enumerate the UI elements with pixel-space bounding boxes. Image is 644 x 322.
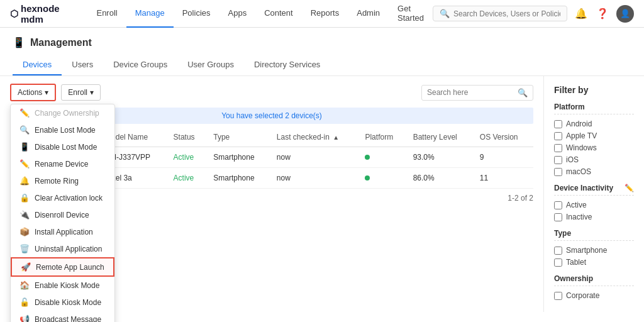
dropdown-item-change-ownership[interactable]: ✏️ Change Ownership (11, 104, 114, 121)
nav-items: Enroll Manage Policies Apps Content Repo… (87, 0, 433, 28)
android-icon (365, 155, 370, 160)
enroll-dropdown-icon: ▾ (90, 88, 94, 97)
remote-ring-icon: 🔔 (19, 176, 30, 186)
filter-section-inactivity: ✏️ Device Inactivity (554, 184, 634, 196)
actions-dropdown-menu: ✏️ Change Ownership 🔍 Enable Lost Mode 📱… (10, 104, 115, 322)
global-search-input[interactable] (453, 9, 560, 18)
tab-devices[interactable]: Devices (13, 55, 62, 75)
enroll-button[interactable]: Enroll ▾ (61, 84, 101, 101)
row2-os-version: 11 (474, 168, 533, 189)
dropdown-item-disable-kiosk-mode[interactable]: 🔓 Disable Kiosk Mode (11, 294, 114, 311)
filter-android-checkbox[interactable] (554, 120, 562, 128)
global-search[interactable]: 🔍 (433, 6, 567, 21)
nav-get-started[interactable]: Get Started (389, 0, 433, 28)
dropdown-item-remote-app-launch[interactable]: 🚀 Remote App Launch (11, 257, 114, 277)
col-os-version: OS Version (474, 128, 533, 147)
avatar[interactable]: 👤 (616, 5, 634, 23)
disable-lost-mode-icon: 📱 (19, 142, 30, 152)
nav-reports[interactable]: Reports (302, 0, 348, 28)
row2-status: Active (167, 168, 208, 189)
filter-ios-checkbox[interactable] (554, 156, 562, 164)
filter-android: Android (554, 119, 634, 128)
logo: ⬡ hexnode mdm (10, 3, 72, 25)
filter-active-checkbox[interactable] (554, 201, 562, 209)
filter-macos-checkbox[interactable] (554, 168, 562, 176)
row1-os-version: 9 (474, 147, 533, 168)
enable-lost-mode-icon: 🔍 (19, 125, 30, 135)
uninstall-application-icon: 🗑️ (19, 244, 30, 253)
filter-tablet: Tablet (554, 258, 634, 267)
table-search[interactable]: 🔍 (421, 85, 533, 101)
row2-last-checked: now (270, 168, 359, 189)
tab-user-groups[interactable]: User Groups (177, 55, 244, 75)
row1-battery: 93.0% (407, 147, 474, 168)
tab-directory-services[interactable]: Directory Services (244, 55, 330, 75)
nav-manage[interactable]: Manage (126, 0, 174, 28)
table-search-icon: 🔍 (518, 88, 528, 97)
tab-device-groups[interactable]: Device Groups (103, 55, 177, 75)
actions-dropdown-icon: ▾ (45, 88, 48, 97)
dropdown-item-broadcast-message[interactable]: 📢 Broadcast Message (11, 311, 114, 322)
filter-sidebar: Filter by Platform Android Apple TV Wind… (543, 76, 644, 312)
filter-macos: macOS (554, 167, 634, 176)
disable-kiosk-mode-icon: 🔓 (19, 297, 30, 307)
dropdown-item-disenroll-device[interactable]: 🔌 Disenroll Device (11, 206, 114, 223)
toolbar: Actions ▾ Enroll ▾ 🔍 (10, 84, 533, 101)
dropdown-item-remote-ring[interactable]: 🔔 Remote Ring (11, 172, 114, 189)
dropdown-item-enable-lost-mode[interactable]: 🔍 Enable Lost Mode (11, 121, 114, 138)
logo-icon: ⬡ (10, 8, 18, 19)
search-icon: 🔍 (440, 9, 450, 18)
clear-activation-lock-icon: 🔒 (19, 193, 30, 203)
row1-last-checked: now (270, 147, 359, 168)
filter-title: Filter by (554, 85, 634, 95)
filter-corporate-checkbox[interactable] (554, 292, 562, 300)
disenroll-device-icon: 🔌 (19, 210, 30, 219)
filter-section-platform: Platform (554, 103, 634, 114)
help-icon[interactable]: ❓ (595, 6, 610, 21)
change-ownership-icon: ✏️ (19, 108, 30, 118)
enable-kiosk-mode-icon: 🏠 (19, 280, 30, 290)
filter-apple-tv: Apple TV (554, 131, 634, 140)
table-search-input[interactable] (427, 88, 515, 97)
top-navigation: ⬡ hexnode mdm Enroll Manage Policies App… (0, 0, 644, 28)
broadcast-message-icon: 📢 (19, 314, 30, 322)
row2-battery: 86.0% (407, 168, 474, 189)
col-battery-level: Battery Level (407, 128, 474, 147)
filter-section-type: Type (554, 229, 634, 241)
row2-type: Smartphone (207, 168, 270, 189)
filter-tablet-checkbox[interactable] (554, 258, 562, 267)
filter-inactivity-edit-icon[interactable]: ✏️ (625, 184, 634, 192)
filter-smartphone: Smartphone (554, 246, 634, 255)
page-title: 📱 Management (13, 36, 631, 48)
tab-users[interactable]: Users (62, 55, 103, 75)
filter-ios: iOS (554, 155, 634, 164)
nav-admin[interactable]: Admin (348, 0, 389, 28)
notifications-icon[interactable]: 🔔 (574, 6, 589, 21)
android-icon-2 (365, 175, 370, 180)
nav-apps[interactable]: Apps (219, 0, 256, 28)
dropdown-item-rename-device[interactable]: ✏️ Rename Device (11, 155, 114, 172)
nav-content[interactable]: Content (255, 0, 302, 28)
col-last-checked-in[interactable]: Last checked-in ▲ (270, 128, 359, 147)
filter-inactive-checkbox[interactable] (554, 213, 562, 221)
dropdown-item-clear-activation-lock[interactable]: 🔒 Clear Activation lock (11, 189, 114, 206)
dropdown-item-enable-kiosk-mode[interactable]: 🏠 Enable Kiosk Mode (11, 277, 114, 294)
row2-platform (358, 168, 406, 189)
filter-smartphone-checkbox[interactable] (554, 247, 562, 255)
sort-arrow-icon: ▲ (333, 134, 339, 141)
col-platform: Platform (358, 128, 406, 147)
filter-apple-tv-checkbox[interactable] (554, 132, 562, 140)
nav-policies[interactable]: Policies (174, 0, 219, 28)
remote-app-launch-icon: 🚀 (21, 262, 31, 272)
nav-right: 🔍 🔔 ❓ 👤 (433, 5, 634, 23)
filter-windows-checkbox[interactable] (554, 144, 562, 152)
row1-platform (358, 147, 406, 168)
filter-section-ownership: Ownership (554, 274, 634, 286)
filter-corporate: Corporate (554, 291, 634, 300)
rename-device-icon: ✏️ (19, 159, 30, 169)
dropdown-item-uninstall-application[interactable]: 🗑️ Uninstall Application (11, 240, 114, 257)
dropdown-item-disable-lost-mode[interactable]: 📱 Disable Lost Mode (11, 138, 114, 155)
actions-button[interactable]: Actions ▾ (10, 84, 56, 101)
dropdown-item-install-application[interactable]: 📦 Install Application (11, 223, 114, 240)
nav-enroll[interactable]: Enroll (87, 0, 126, 28)
